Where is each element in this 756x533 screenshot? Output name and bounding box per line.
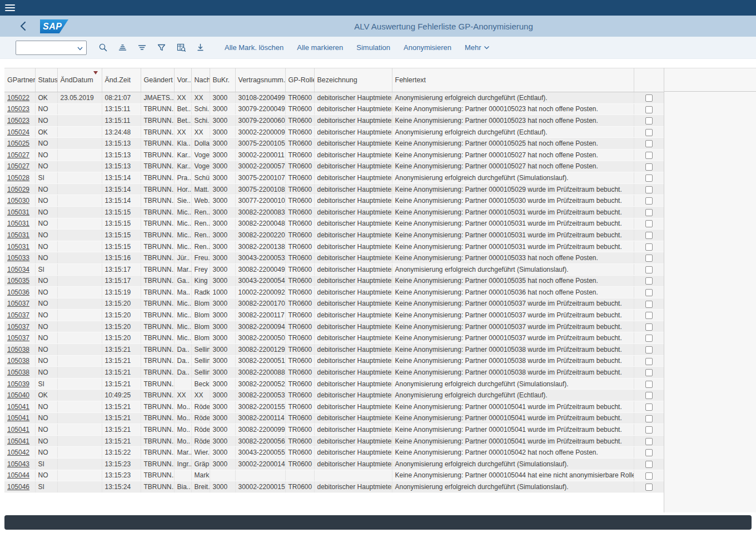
- row-checkbox[interactable]: [645, 484, 653, 491]
- export-icon[interactable]: [191, 40, 210, 56]
- row-checkbox[interactable]: [645, 381, 653, 388]
- gpartner-link[interactable]: 105037: [7, 311, 29, 319]
- gpartner-link[interactable]: 105022: [7, 94, 29, 102]
- row-checkbox[interactable]: [645, 277, 653, 285]
- filter-icon[interactable]: [152, 40, 171, 56]
- gpartner-link[interactable]: 105035: [7, 277, 29, 285]
- simulation-button[interactable]: Simulation: [350, 41, 397, 54]
- column-header-status[interactable]: Status: [35, 68, 57, 92]
- gpartner-link[interactable]: 105027: [7, 151, 29, 159]
- gpartner-link[interactable]: 105031: [7, 243, 29, 251]
- row-checkbox[interactable]: [645, 426, 653, 434]
- gpartner-link[interactable]: 105023: [7, 105, 29, 113]
- row-checkbox[interactable]: [645, 346, 653, 353]
- row-checkbox[interactable]: [645, 186, 653, 193]
- row-checkbox[interactable]: [645, 152, 653, 159]
- gpartner-link[interactable]: 105041: [7, 426, 29, 434]
- gpartner-link[interactable]: 105023: [7, 117, 29, 124]
- row-checkbox[interactable]: [645, 129, 653, 136]
- row-checkbox[interactable]: [645, 255, 653, 262]
- row-checkbox[interactable]: [645, 438, 653, 445]
- row-checkbox[interactable]: [645, 140, 653, 147]
- column-header-fehlertext[interactable]: Fehlertext: [392, 68, 634, 92]
- column-header-select[interactable]: [634, 68, 664, 92]
- row-checkbox[interactable]: [645, 175, 653, 182]
- gpartner-link[interactable]: 105034: [7, 266, 29, 273]
- back-button[interactable]: [18, 21, 28, 32]
- gpartner-link[interactable]: 105037: [7, 300, 29, 307]
- gpartner-link[interactable]: 105027: [7, 162, 29, 170]
- row-checkbox[interactable]: [645, 106, 653, 113]
- search-icon[interactable]: [93, 40, 113, 56]
- row-checkbox[interactable]: [645, 94, 653, 102]
- row-checkbox[interactable]: [645, 301, 653, 308]
- column-header-vorname[interactable]: Vor..: [174, 68, 191, 92]
- gpartner-link[interactable]: 105025: [7, 140, 29, 147]
- column-header-bukr[interactable]: BuKr.: [210, 68, 235, 92]
- row-checkbox[interactable]: [645, 358, 653, 365]
- row-checkbox[interactable]: [645, 449, 653, 456]
- column-header-bezeichnung[interactable]: Bezeichnung: [314, 68, 392, 92]
- row-checkbox[interactable]: [645, 232, 653, 239]
- gpartner-link[interactable]: 105031: [7, 220, 29, 227]
- table-row: 105043SI13:15:23TBRUNN..Ingr..Gräp..3000…: [4, 459, 664, 470]
- gpartner-link[interactable]: 105043: [7, 460, 29, 468]
- gpartner-link[interactable]: 105040: [7, 391, 29, 399]
- gpartner-link[interactable]: 105031: [7, 231, 29, 239]
- row-checkbox[interactable]: [645, 289, 653, 296]
- gpartner-link[interactable]: 105042: [7, 449, 29, 456]
- gpartner-link[interactable]: 105041: [7, 414, 29, 422]
- row-checkbox[interactable]: [645, 197, 653, 205]
- column-header-geaendert[interactable]: Geändert: [141, 68, 174, 92]
- gpartner-link[interactable]: 105030: [7, 197, 29, 205]
- gpartner-link[interactable]: 105036: [7, 288, 29, 296]
- menu-icon[interactable]: [5, 4, 15, 12]
- gpartner-link[interactable]: 105029: [7, 186, 29, 193]
- gpartner-link[interactable]: 105037: [7, 334, 29, 342]
- gpartner-link[interactable]: 105038: [7, 357, 29, 365]
- gpartner-link[interactable]: 105037: [7, 323, 29, 331]
- gpartner-link[interactable]: 105028: [7, 174, 29, 182]
- more-button[interactable]: Mehr: [458, 41, 496, 54]
- gpartner-link[interactable]: 105038: [7, 346, 29, 353]
- row-checkbox[interactable]: [645, 461, 653, 468]
- column-header-aenddatum[interactable]: ÄndDatum: [57, 68, 102, 92]
- column-header-aendzeit[interactable]: Änd.Zeit: [102, 68, 141, 92]
- row-checkbox[interactable]: [645, 369, 653, 376]
- anonymize-button[interactable]: Anonymisieren: [397, 41, 458, 54]
- gpartner-link[interactable]: 105031: [7, 208, 29, 216]
- gpartner-link[interactable]: 105024: [7, 128, 29, 136]
- row-checkbox[interactable]: [645, 392, 653, 399]
- row-checkbox[interactable]: [645, 243, 653, 251]
- cell-geaendert: TBRUNN..: [141, 218, 174, 230]
- gpartner-link[interactable]: 105041: [7, 437, 29, 445]
- sort-ascending-icon[interactable]: [113, 40, 132, 56]
- clear-all-selections-button[interactable]: Alle Mark. löschen: [218, 41, 290, 54]
- row-checkbox[interactable]: [645, 323, 653, 331]
- column-header-nachname[interactable]: Nach..: [191, 68, 210, 92]
- row-checkbox[interactable]: [645, 404, 653, 411]
- gpartner-link[interactable]: 105044: [7, 471, 29, 479]
- gpartner-link[interactable]: 105038: [7, 368, 29, 376]
- gpartner-link[interactable]: 105039: [7, 380, 29, 388]
- gpartner-link[interactable]: 105033: [7, 254, 29, 262]
- row-checkbox[interactable]: [645, 117, 653, 124]
- column-header-gpartner[interactable]: GPartner: [4, 68, 35, 92]
- view-settings-icon[interactable]: [171, 40, 191, 56]
- gpartner-link[interactable]: 105046: [7, 483, 29, 491]
- cell-nachname: Breit..: [191, 481, 210, 493]
- row-checkbox[interactable]: [645, 335, 653, 342]
- column-header-gprolle[interactable]: GP-Rolle: [285, 68, 314, 92]
- row-checkbox[interactable]: [645, 220, 653, 227]
- row-checkbox[interactable]: [645, 312, 653, 319]
- layout-select[interactable]: [16, 41, 87, 55]
- row-checkbox[interactable]: [645, 415, 653, 422]
- row-checkbox[interactable]: [645, 209, 653, 216]
- row-checkbox[interactable]: [645, 163, 653, 171]
- row-checkbox[interactable]: [645, 472, 653, 480]
- row-checkbox[interactable]: [645, 266, 653, 273]
- column-header-vertragsnummer[interactable]: Vertragsnumm..: [235, 68, 285, 92]
- gpartner-link[interactable]: 105041: [7, 403, 29, 411]
- sort-descending-icon[interactable]: [132, 40, 152, 56]
- select-all-button[interactable]: Alle markieren: [290, 41, 350, 54]
